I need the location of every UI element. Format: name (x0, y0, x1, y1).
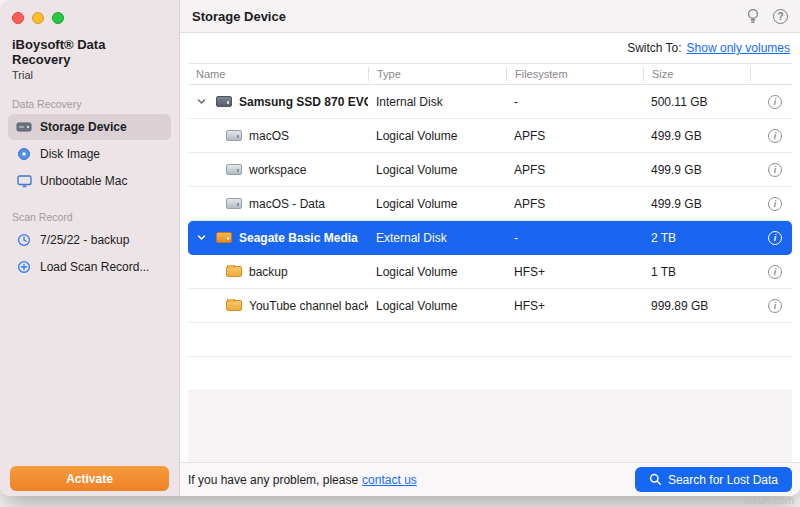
table-empty-area (188, 391, 792, 462)
table-row[interactable]: macOS - DataLogical VolumeAPFS499.9 GBi (188, 187, 792, 221)
info-icon[interactable]: i (768, 163, 782, 177)
row-size: 2 TB (643, 231, 750, 245)
row-info-cell: i (750, 197, 792, 211)
row-filesystem: APFS (506, 129, 643, 143)
row-name-cell: YouTube channel backup (188, 299, 368, 313)
search-for-lost-data-button[interactable]: Search for Lost Data (635, 467, 792, 492)
table-row[interactable]: Samsung SSD 870 EVO 500GB...Internal Dis… (188, 85, 792, 119)
row-type: Logical Volume (368, 197, 506, 211)
mac-display-icon (15, 175, 33, 188)
column-header-info (750, 67, 792, 81)
row-info-cell: i (750, 163, 792, 177)
row-name-cell: Samsung SSD 870 EVO 500GB... (188, 95, 368, 109)
row-info-cell: i (750, 129, 792, 143)
section-label-data-recovery: Data Recovery (12, 98, 167, 110)
row-filesystem: HFS+ (506, 265, 643, 279)
chevron-down-icon[interactable] (196, 232, 209, 243)
info-icon[interactable]: i (768, 95, 782, 109)
sidebar-item-load-scan-record[interactable]: Load Scan Record... (8, 254, 171, 280)
sidebar-item-label: 7/25/22 - backup (40, 233, 129, 247)
minimize-window-button[interactable] (32, 12, 44, 24)
app-name: iBoysoft® Data Recovery (12, 37, 167, 67)
search-icon (649, 473, 662, 486)
sidebar-item-disk-image[interactable]: Disk Image (8, 141, 171, 167)
info-icon[interactable]: i (768, 299, 782, 313)
row-type: External Disk (368, 231, 506, 245)
row-size: 499.9 GB (643, 129, 750, 143)
orange-drive-icon (216, 232, 232, 243)
main-panel: Storage Device ? Switch To: Show only vo… (180, 0, 800, 496)
table-row[interactable]: macOSLogical VolumeAPFS499.9 GBi (188, 119, 792, 153)
page-title: Storage Device (192, 9, 286, 24)
row-name-cell: macOS (188, 129, 368, 143)
orange-folder-icon (226, 266, 242, 277)
switch-row: Switch To: Show only volumes (180, 33, 800, 63)
row-type: Internal Disk (368, 95, 506, 109)
table-row[interactable]: workspaceLogical VolumeAPFS499.9 GBi (188, 153, 792, 187)
row-type: Logical Volume (368, 129, 506, 143)
zoom-window-button[interactable] (52, 12, 64, 24)
gray-volume-icon (226, 164, 242, 175)
watermark-text: wxdn.com (744, 494, 794, 506)
row-size: 499.9 GB (643, 163, 750, 177)
row-name-cell: Seagate Basic Media (188, 231, 368, 245)
show-only-volumes-link[interactable]: Show only volumes (687, 41, 790, 55)
device-table: Name Type Filesystem Size Samsung SSD 87… (188, 63, 792, 462)
sidebar: iBoysoft® Data Recovery Trial Data Recov… (0, 0, 180, 496)
info-icon[interactable]: i (768, 197, 782, 211)
table-body: Samsung SSD 870 EVO 500GB...Internal Dis… (188, 85, 792, 391)
orange-folder-icon (226, 300, 242, 311)
info-icon[interactable]: i (768, 231, 782, 245)
row-info-cell: i (750, 231, 792, 245)
row-name-cell: backup (188, 265, 368, 279)
sidebar-item-unbootable-mac[interactable]: Unbootable Mac (8, 168, 171, 194)
column-header-type: Type (368, 67, 506, 81)
row-size: 500.11 GB (643, 95, 750, 109)
storage-device-icon (15, 121, 33, 133)
row-size: 1 TB (643, 265, 750, 279)
row-name: workspace (249, 163, 306, 177)
table-row[interactable]: YouTube channel backupLogical VolumeHFS+… (188, 289, 792, 323)
row-name: Samsung SSD 870 EVO 500GB... (239, 95, 368, 109)
table-row[interactable]: Seagate Basic MediaExternal Disk-2 TBi (188, 221, 792, 255)
app-window: iBoysoft® Data Recovery Trial Data Recov… (0, 0, 800, 496)
contact-us-link[interactable]: contact us (362, 473, 417, 487)
gray-volume-icon (226, 130, 242, 141)
row-name: macOS - Data (249, 197, 325, 211)
sidebar-item-label: Disk Image (40, 147, 100, 161)
row-filesystem: - (506, 95, 643, 109)
table-row[interactable]: backupLogical VolumeHFS+1 TBi (188, 255, 792, 289)
section-label-scan-record: Scan Record (12, 211, 167, 223)
row-filesystem: APFS (506, 163, 643, 177)
sidebar-item-scan-record-backup[interactable]: 7/25/22 - backup (8, 227, 171, 253)
app-edition: Trial (12, 69, 167, 81)
column-header-size: Size (643, 67, 750, 81)
row-filesystem: - (506, 231, 643, 245)
row-type: Logical Volume (368, 265, 506, 279)
info-icon[interactable]: i (768, 129, 782, 143)
row-info-cell: i (750, 265, 792, 279)
row-info-cell: i (750, 95, 792, 109)
row-filesystem: HFS+ (506, 299, 643, 313)
chevron-down-icon[interactable] (196, 96, 209, 107)
window-controls (0, 12, 179, 24)
help-icon[interactable]: ? (773, 9, 788, 24)
row-size: 999.89 GB (643, 299, 750, 313)
sidebar-item-label: Storage Device (40, 120, 127, 134)
close-window-button[interactable] (12, 12, 24, 24)
row-name-cell: macOS - Data (188, 197, 368, 211)
plus-circle-icon (15, 260, 33, 274)
footer-bar: If you have any problem, please contact … (180, 462, 800, 496)
sidebar-item-storage-device[interactable]: Storage Device (8, 114, 171, 140)
row-name-cell: workspace (188, 163, 368, 177)
activate-button[interactable]: Activate (10, 466, 169, 491)
info-icon[interactable]: i (768, 265, 782, 279)
row-info-cell: i (750, 299, 792, 313)
history-clock-icon (15, 233, 33, 247)
titlebar: Storage Device ? (180, 0, 800, 33)
bulb-icon[interactable] (747, 8, 759, 24)
search-button-label: Search for Lost Data (668, 473, 778, 487)
row-name: backup (249, 265, 288, 279)
table-header: Name Type Filesystem Size (188, 63, 792, 85)
column-header-filesystem: Filesystem (506, 67, 643, 81)
